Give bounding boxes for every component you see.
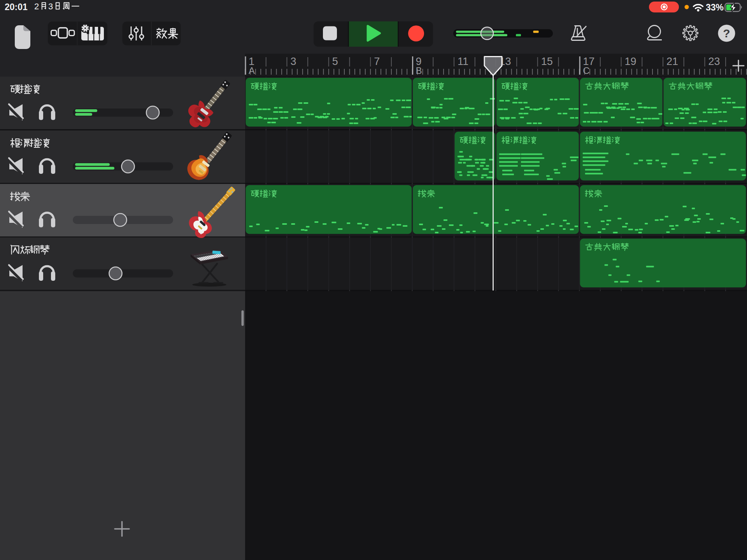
svg-text:2: 2 bbox=[34, 2, 39, 11]
svg-text:5: 5 bbox=[332, 56, 338, 67]
svg-text:3: 3 bbox=[48, 2, 53, 11]
svg-text:A: A bbox=[249, 65, 255, 76]
svg-text:23: 23 bbox=[708, 56, 720, 67]
svg-text:3: 3 bbox=[290, 56, 296, 67]
svg-text:20:01: 20:01 bbox=[5, 2, 28, 12]
svg-text:?: ? bbox=[723, 27, 730, 40]
svg-text:11: 11 bbox=[458, 56, 468, 67]
svg-text:7: 7 bbox=[374, 56, 380, 67]
svg-text:B: B bbox=[416, 65, 422, 76]
svg-text:19: 19 bbox=[625, 56, 637, 67]
svg-text:21: 21 bbox=[666, 56, 678, 67]
svg-text:33%: 33% bbox=[706, 2, 724, 12]
svg-text:C: C bbox=[583, 65, 589, 76]
svg-text:15: 15 bbox=[541, 56, 553, 67]
